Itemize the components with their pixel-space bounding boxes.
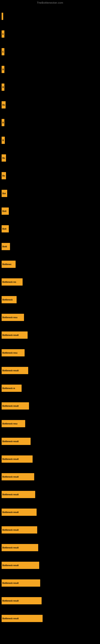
bar-label	[1, 13, 3, 20]
bar-text: Bottleneck result	[2, 529, 19, 531]
bar-label: Bottleneck result	[1, 491, 35, 498]
bar-text: B	[2, 122, 4, 124]
bar-text: Bo	[2, 175, 5, 177]
bar-label: Bottlenec	[1, 260, 16, 268]
bar-row: B	[1, 78, 100, 96]
bar-label: B	[1, 84, 4, 91]
bar-label: Bott	[1, 208, 9, 215]
bar-text: Bo	[2, 157, 5, 159]
bar-text: B	[2, 68, 4, 71]
bar-text: Bottleneck result	[2, 494, 19, 496]
bar-label: Bottleneck result	[1, 473, 34, 480]
bar-row: Bottleneck resu	[1, 415, 100, 432]
bar-text: E	[2, 51, 4, 53]
bar-row: Bottleneck result	[1, 503, 100, 521]
bar-text: Bottleneck result	[2, 618, 19, 620]
bar-text: Bottleneck result	[2, 546, 19, 549]
bar-row: B	[1, 114, 100, 132]
bar-text: E	[2, 33, 4, 35]
bar-text: Bottl	[2, 246, 7, 248]
bar-label: Bottleneck resu	[1, 420, 25, 427]
bar-text: Bo	[2, 104, 5, 106]
bar-text: Bottleneck result	[2, 582, 19, 584]
bar-label: Bottleneck result	[1, 402, 29, 410]
bar-label: Bottleneck result	[1, 438, 31, 445]
bar-label: Bottleneck result	[1, 562, 39, 569]
bar-label: Bottleneck result	[1, 367, 28, 374]
bar-row: Bottleneck result	[1, 362, 100, 379]
bar-label: Bo	[1, 172, 6, 179]
bar-label: Bo	[1, 101, 6, 108]
bar-row: Bottleneck resu	[1, 344, 100, 362]
bar-text: Bottleneck resu	[2, 316, 17, 318]
bar-row: Bottleneck res	[1, 273, 100, 291]
bar-label: Bottl	[1, 243, 10, 250]
bar-row: B	[1, 132, 100, 149]
bar-row: Bottl	[1, 238, 100, 256]
bar-text: B	[2, 86, 4, 88]
bar-row: Bo	[1, 149, 100, 167]
bar-row: Bottleneck result	[1, 326, 100, 344]
bar-row: Bott	[1, 220, 100, 238]
bar-label: Bottleneck re	[1, 384, 22, 392]
bar-label: Bottleneck result	[1, 597, 42, 604]
bar-text: Bottleneck result	[2, 440, 19, 442]
bar-row: Bottleneck result	[1, 468, 100, 486]
bar-row: B	[1, 60, 100, 78]
bar-row: Bottleneck result	[1, 521, 100, 539]
bars-container: EEBBBoBBBoBoBotBottBottBottlBottlenecBot…	[0, 6, 100, 627]
bar-text: Bottleneck res	[2, 281, 16, 283]
bar-row: Bottleneck result	[1, 397, 100, 415]
bar-label: Bottleneck res	[1, 278, 23, 286]
bar-label: Bottleneck result	[1, 456, 33, 463]
bar-text: Bottleneck re	[2, 387, 15, 390]
bar-label: Bottleneck result	[1, 526, 37, 534]
bar-label: Bott	[1, 225, 9, 232]
bar-row: Bottleneck	[1, 291, 100, 308]
bar-row: Bottleneck result	[1, 539, 100, 556]
bar-row: Bottleneck result	[1, 592, 100, 610]
bar-text: Bottleneck result	[2, 600, 19, 602]
bar-row: Bottleneck resu	[1, 308, 100, 326]
bar-row: Bottlenec	[1, 256, 100, 273]
bar-row: Bottleneck result	[1, 574, 100, 592]
bar-text: Bottleneck resu	[2, 352, 17, 354]
bar-row: Bottleneck result	[1, 556, 100, 574]
bar-label: Bottleneck	[1, 296, 17, 303]
site-title-text: TheBottlenecker.com	[37, 1, 63, 4]
site-title: TheBottlenecker.com	[0, 0, 100, 6]
bar-row: Bottleneck result	[1, 450, 100, 468]
bar-row: E	[1, 43, 100, 60]
bar-row: E	[1, 25, 100, 43]
bar-label: E	[1, 30, 4, 38]
bar-label: Bottleneck result	[1, 332, 28, 339]
bar-text: B	[2, 139, 4, 142]
bar-label: Bottleneck result	[1, 580, 40, 587]
bar-text: Bott	[2, 210, 6, 212]
bar-label: Bottleneck resu	[1, 314, 24, 321]
bar-text: Bottleneck result	[2, 476, 19, 478]
bar-text: Bottleneck result	[2, 334, 19, 336]
bar-label: Bottleneck result	[1, 544, 38, 551]
bar-row: Bot	[1, 184, 100, 202]
bar-label: Bottleneck result	[1, 508, 37, 516]
bar-text: Bottleneck resu	[2, 422, 17, 425]
bar-text: Bottleneck result	[2, 564, 19, 566]
bar-text: Bot	[2, 192, 6, 194]
bar-row: Bo	[1, 96, 100, 114]
bar-row	[1, 8, 100, 25]
bar-text: Bott	[2, 228, 6, 230]
bar-row: Bottleneck result	[1, 486, 100, 503]
bar-text: Bottleneck result	[2, 370, 19, 372]
bar-row: Bo	[1, 167, 100, 184]
bar-label: Bo	[1, 154, 6, 162]
bar-label: B	[1, 119, 4, 126]
bar-label: B	[1, 137, 5, 144]
bar-row: Bottleneck result	[1, 432, 100, 450]
bar-row: Bottleneck result	[1, 610, 100, 627]
bar-text: Bottleneck	[2, 299, 13, 301]
bar-row: Bottleneck re	[1, 379, 100, 397]
bar-label: B	[1, 66, 4, 73]
bar-text: Bottleneck result	[2, 405, 19, 407]
bar-label: Bot	[1, 190, 7, 197]
